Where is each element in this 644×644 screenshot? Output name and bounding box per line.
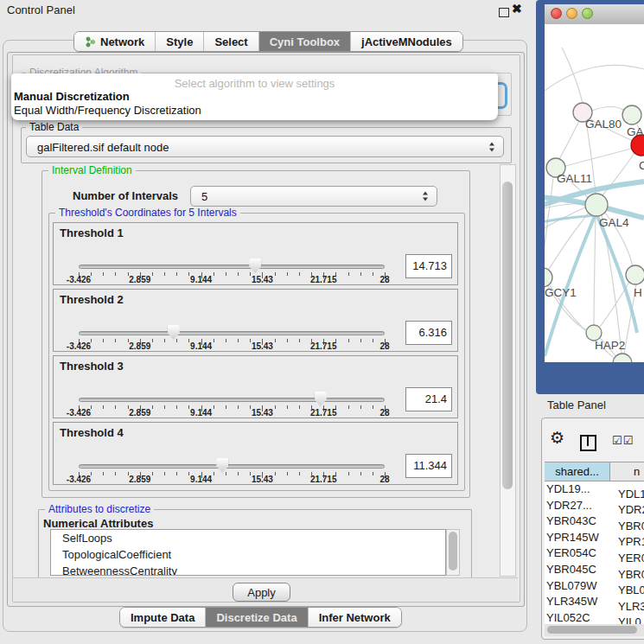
node-gal4[interactable]: [585, 194, 608, 216]
combo-spinner-icon: [423, 192, 429, 201]
table-row[interactable]: YDL19...YDL1: [545, 481, 644, 498]
network-window-titlebar[interactable]: [545, 4, 644, 25]
table-row[interactable]: YER054CYER0: [545, 545, 644, 562]
tab-select[interactable]: Select: [204, 32, 258, 51]
tab-style[interactable]: Style: [156, 32, 204, 51]
column-layout-icon[interactable]: [580, 435, 596, 451]
slider-tick-labels: -3.4262.8599.14415.4321.71528: [79, 341, 385, 352]
tab-network[interactable]: Network: [74, 32, 156, 51]
table-row[interactable]: YBL079WYBL0: [545, 578, 644, 595]
tab-label: Cyni Toolbox: [270, 35, 340, 48]
node-label: H: [634, 286, 642, 299]
table-data-combo-value: galFiltered.sif default node: [37, 140, 169, 153]
threshold-value-field[interactable]: 6.316: [405, 321, 452, 345]
zoom-traffic-light-icon[interactable]: [582, 8, 593, 19]
threshold-slider-track[interactable]: [79, 464, 385, 469]
node-h[interactable]: [626, 265, 644, 284]
slider-tick-labels: -3.4262.8599.14415.4321.71528: [79, 408, 385, 418]
node-label: HAP2: [595, 339, 625, 352]
thresholds-group-label: Threshold's Coordinates for 5 Intervals: [55, 207, 240, 219]
threshold-label: Threshold 2: [60, 293, 124, 306]
attribute-item-selfloops[interactable]: SelfLoops: [51, 530, 445, 546]
tick-label: 28: [379, 408, 389, 418]
float-window-icon[interactable]: [499, 8, 509, 17]
table-row[interactable]: YLR345WYLR3: [545, 594, 644, 610]
table-row[interactable]: YDR27...YDR2: [545, 498, 644, 514]
node-bottom[interactable]: [613, 354, 632, 362]
threshold-panel-1: Threshold 1-3.4262.8599.14415.4321.71528…: [53, 222, 458, 285]
table-row[interactable]: YBR043CYBR0: [545, 513, 644, 530]
tab-label: Network: [100, 35, 144, 48]
tick-label: 9.144: [190, 275, 212, 284]
threshold-label: Threshold 4: [60, 426, 124, 439]
close-icon[interactable]: ✖: [512, 2, 522, 16]
gear-icon[interactable]: ⚙: [550, 430, 564, 446]
numerical-attributes-label: Numerical Attributes: [43, 517, 153, 530]
threshold-value-field[interactable]: 11.344: [405, 454, 452, 478]
attribute-item-topologicalcoefficient[interactable]: TopologicalCoefficient: [51, 546, 445, 563]
threshold-slider-thumb[interactable]: [315, 392, 327, 406]
select-columns-icon[interactable]: ☑☑: [612, 434, 634, 447]
table-row[interactable]: YPR145WYPR1: [545, 530, 644, 546]
table-hscrollbar-thumb[interactable]: [547, 626, 637, 634]
table-header-name[interactable]: n: [610, 462, 644, 481]
table-data-combo[interactable]: galFiltered.sif default node: [26, 136, 504, 157]
close-traffic-light-icon[interactable]: [551, 8, 562, 19]
threshold-slider-track[interactable]: [79, 331, 385, 335]
tab-discretize-data[interactable]: Discretize Data: [206, 608, 308, 627]
table-hscrollbar[interactable]: [545, 624, 644, 636]
number-of-intervals-combo[interactable]: 5: [190, 186, 437, 207]
threshold-label: Threshold 3: [60, 360, 124, 373]
minimize-traffic-light-icon[interactable]: [566, 8, 577, 19]
top-tab-bar: NetworkStyleSelectCyni ToolboxjActiveMNo…: [73, 31, 463, 52]
network-canvas[interactable]: GAL80 GA C GAL11 GAL4 GCY1 H HAP2: [545, 24, 644, 362]
tick-label: 9.144: [190, 408, 212, 418]
cell-shared-name: YBL079W: [545, 578, 614, 595]
attributes-scrollbar[interactable]: [446, 529, 460, 576]
threshold-panel-4: Threshold 4-3.4262.8599.14415.4321.71528…: [53, 422, 458, 485]
content-scrollbar[interactable]: [500, 164, 516, 577]
threshold-slider-thumb[interactable]: [216, 458, 228, 473]
node-gcy1[interactable]: [545, 268, 552, 287]
node-label: C: [639, 159, 644, 172]
tab-label: Impute Data: [131, 611, 194, 624]
table-header-shared-name[interactable]: shared...: [545, 462, 610, 481]
threshold-value-field[interactable]: 14.713: [405, 254, 452, 278]
threshold-slider-thumb[interactable]: [249, 258, 261, 273]
numerical-attributes-list[interactable]: SelfLoopsTopologicalCoefficientBetweenne…: [50, 529, 446, 576]
panel-title: Control Panel: [7, 3, 75, 16]
tab-cyni-toolbox[interactable]: Cyni Toolbox: [259, 32, 351, 51]
threshold-value-field[interactable]: 21.4: [405, 387, 452, 411]
content-scrollbar-thumb[interactable]: [502, 182, 513, 489]
apply-button[interactable]: Apply: [233, 583, 290, 602]
node-top-right[interactable]: [622, 105, 641, 124]
tab-infer-network[interactable]: Infer Network: [309, 608, 401, 627]
popup-option-manual-discretization[interactable]: Manual Discretization: [14, 90, 130, 103]
tab-label: Infer Network: [319, 611, 391, 624]
node-label: GAL4: [599, 216, 629, 229]
tab-impute-data[interactable]: Impute Data: [120, 608, 206, 627]
cell-shared-name: YER054C: [545, 545, 614, 562]
node-label: GA: [627, 125, 644, 138]
popup-option-equal-width-frequency-discretization[interactable]: Equal Width/Frequency Discretization: [14, 104, 201, 117]
algorithm-dropdown-popup: Select algorithm to view settings Manual…: [11, 73, 498, 120]
slider-tick-labels: -3.4262.8599.14415.4321.71528: [79, 275, 385, 285]
tab-label: jActiveMNodules: [361, 35, 452, 48]
attributes-scrollbar-thumb[interactable]: [449, 532, 457, 571]
table-row[interactable]: YIL052CYIL0: [545, 610, 644, 624]
tick-label: -3.426: [67, 341, 91, 351]
network-icon: [85, 36, 96, 48]
number-of-intervals-value: 5: [201, 190, 207, 203]
threshold-slider-track[interactable]: [79, 398, 385, 402]
attribute-item-betweennesscentrality[interactable]: BetweennessCentrality: [51, 563, 445, 576]
table-rows: YDL19...YDL1YDR27...YDR2YBR043CYBR0YPR14…: [545, 481, 644, 624]
tick-label: 21.715: [310, 275, 337, 284]
threshold-slider-thumb[interactable]: [168, 325, 180, 340]
threshold-slider-track[interactable]: [79, 265, 385, 269]
tab-jactivemnodules[interactable]: jActiveMNodules: [351, 32, 462, 51]
table-row[interactable]: YBR045CYBR0: [545, 562, 644, 578]
attributes-group-label: Attributes to discretize: [45, 504, 154, 515]
tick-label: 2.859: [129, 475, 150, 484]
algorithm-popup-hint: Select algorithm to view settings: [11, 77, 498, 90]
node-label: GCY1: [545, 286, 577, 299]
